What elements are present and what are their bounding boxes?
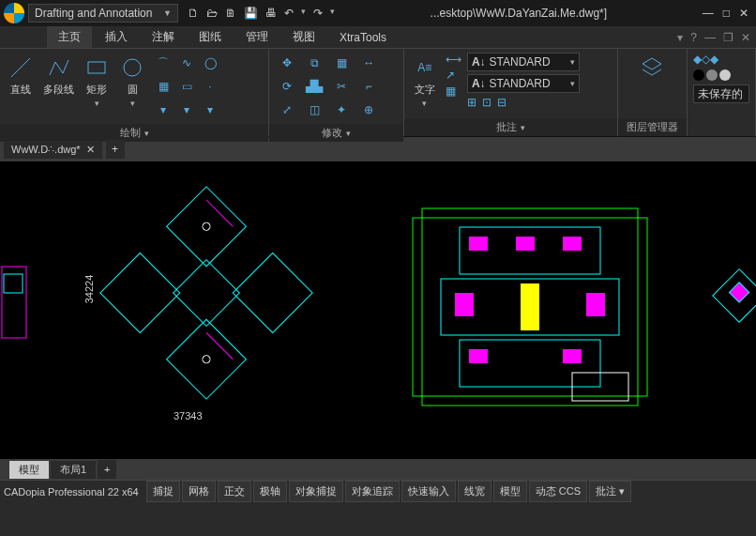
- help-icon[interactable]: ?: [690, 31, 697, 44]
- color-swatch-icon[interactable]: [693, 69, 704, 81]
- layer-manager-button[interactable]: [637, 53, 667, 83]
- layer-state-selector[interactable]: 未保存的: [693, 84, 749, 103]
- polyline-button[interactable]: 多段线: [41, 53, 76, 99]
- mdi-restore-icon[interactable]: ❐: [723, 31, 733, 44]
- anno-tool-icon[interactable]: ⊞: [467, 96, 476, 109]
- panel-title[interactable]: 绘制▾: [0, 124, 268, 142]
- new-tab-button[interactable]: +: [106, 140, 125, 159]
- window-controls: — □ ✕: [703, 7, 748, 20]
- pattern-icon[interactable]: ▦: [329, 53, 354, 73]
- panel-title[interactable]: 批注▾: [404, 118, 617, 136]
- mdi-close-icon[interactable]: ✕: [741, 31, 750, 44]
- spline-icon[interactable]: ∿: [176, 53, 197, 73]
- save-icon[interactable]: 💾: [244, 7, 258, 20]
- tab-view[interactable]: 视图: [281, 26, 326, 48]
- status-lwt[interactable]: 线宽: [458, 481, 491, 502]
- expand-icon[interactable]: ▾: [153, 100, 174, 120]
- app-name: CADopia Professional 22 x64: [4, 486, 139, 498]
- layer-state-icon[interactable]: ◆◇◆: [693, 53, 718, 66]
- circle-button[interactable]: 圆 ▾: [117, 53, 147, 110]
- color-swatch-icon[interactable]: [719, 69, 731, 81]
- explode-icon[interactable]: ✦: [329, 100, 354, 120]
- region-icon[interactable]: ▭: [176, 76, 197, 97]
- new-sheet-icon[interactable]: 🗎: [225, 7, 236, 20]
- anno-tool-icon[interactable]: ⊡: [482, 96, 491, 109]
- text-style-icon: A↓: [472, 55, 486, 69]
- point-icon[interactable]: ∙: [200, 76, 220, 97]
- undo-icon[interactable]: ↶: [284, 7, 294, 20]
- scale-icon[interactable]: ⤢: [275, 100, 299, 120]
- tab-annotate[interactable]: 注解: [141, 26, 186, 48]
- expand-icon[interactable]: ▾: [176, 100, 197, 120]
- layout-tab[interactable]: 布局1: [51, 461, 96, 479]
- rectangle-button[interactable]: 矩形 ▾: [82, 53, 112, 110]
- tab-sheet[interactable]: 图纸: [188, 26, 233, 48]
- chevron-down-icon[interactable]: ▾: [330, 7, 335, 20]
- svg-rect-26: [521, 283, 539, 330]
- status-snap[interactable]: 捕捉: [146, 481, 180, 502]
- chevron-down-icon[interactable]: ▾: [301, 7, 306, 20]
- status-otrack[interactable]: 对象追踪: [345, 481, 400, 502]
- table-icon[interactable]: ▦: [446, 84, 461, 98]
- workspace-selector[interactable]: Drafting and Annotation ▼: [28, 4, 178, 23]
- trim-icon[interactable]: ✂: [329, 76, 354, 97]
- status-ortho[interactable]: 正交: [218, 481, 251, 502]
- svg-line-0: [11, 58, 30, 77]
- model-layout-tabs: 模型 布局1 +: [0, 459, 756, 480]
- fillet-icon[interactable]: ⌐: [356, 76, 381, 97]
- dim-style-selector[interactable]: A↓ STANDARD ▾: [467, 74, 580, 93]
- copy-icon[interactable]: ⧉: [302, 53, 326, 73]
- add-layout-button[interactable]: +: [98, 460, 116, 479]
- dimension-label: 37343: [174, 410, 203, 421]
- chevron-down-icon[interactable]: ▾: [677, 31, 683, 44]
- new-icon[interactable]: 🗋: [188, 7, 199, 20]
- tab-home[interactable]: 主页: [47, 26, 92, 48]
- stretch-icon[interactable]: ↔: [356, 53, 381, 73]
- tab-manage[interactable]: 管理: [234, 26, 280, 48]
- join-icon[interactable]: ⊕: [356, 100, 381, 120]
- text-button[interactable]: A≡ 文字 ▾: [410, 53, 440, 110]
- open-icon[interactable]: 🗁: [206, 7, 218, 20]
- hatch-icon[interactable]: ▦: [153, 76, 174, 97]
- anno-tool-icon[interactable]: ⊟: [497, 96, 507, 109]
- close-icon[interactable]: ✕: [86, 144, 95, 156]
- status-ccs[interactable]: 动态 CCS: [529, 481, 587, 502]
- dimension-icon[interactable]: ⟷: [446, 53, 461, 66]
- color-swatch-icon[interactable]: [706, 69, 718, 81]
- ellipse-icon[interactable]: ◯: [200, 53, 220, 73]
- drawing-canvas[interactable]: 34224 37343: [0, 161, 756, 459]
- floorplan-edge-right: [709, 255, 756, 349]
- offset-icon[interactable]: ◫: [302, 100, 326, 120]
- status-dyn[interactable]: 快速输入: [401, 481, 456, 502]
- chevron-down-icon: ▼: [163, 8, 172, 18]
- redo-icon[interactable]: ↷: [313, 7, 323, 20]
- svg-point-2: [124, 59, 141, 76]
- svg-rect-20: [516, 237, 535, 251]
- line-button[interactable]: 直线: [6, 53, 36, 99]
- rectangle-icon: [83, 54, 110, 81]
- ribbon-tabs: 主页 插入 注解 图纸 管理 视图 XtraTools ▾ ? — ❐ ✕: [0, 26, 756, 49]
- model-tab[interactable]: 模型: [9, 461, 49, 479]
- status-polar[interactable]: 极轴: [253, 481, 287, 502]
- tab-xtratools[interactable]: XtraTools: [328, 28, 398, 47]
- status-osnap[interactable]: 对象捕捉: [289, 481, 343, 502]
- print-icon[interactable]: 🖶: [265, 7, 277, 20]
- status-anno[interactable]: 批注 ▾: [589, 481, 631, 502]
- leader-icon[interactable]: ↗: [446, 69, 461, 82]
- document-tab[interactable]: WwW.D∴.dwg* ✕: [4, 141, 102, 159]
- mdi-minimize-icon[interactable]: —: [704, 31, 716, 44]
- expand-icon[interactable]: ▾: [200, 100, 220, 120]
- maximize-icon[interactable]: □: [723, 7, 730, 20]
- rotate-icon[interactable]: ⟳: [275, 76, 299, 97]
- text-style-selector[interactable]: A↓ STANDARD ▾: [467, 53, 580, 71]
- status-model[interactable]: 模型: [493, 481, 527, 502]
- tab-insert[interactable]: 插入: [94, 26, 139, 48]
- minimize-icon[interactable]: —: [703, 7, 714, 20]
- app-logo[interactable]: [4, 3, 24, 23]
- panel-title[interactable]: 修改▾: [269, 124, 403, 142]
- mirror-icon[interactable]: ▟▙: [302, 76, 326, 97]
- status-grid[interactable]: 网格: [182, 481, 216, 502]
- close-icon[interactable]: ✕: [739, 7, 748, 20]
- arc-icon[interactable]: ⌒: [153, 53, 174, 73]
- move-icon[interactable]: ✥: [275, 53, 299, 73]
